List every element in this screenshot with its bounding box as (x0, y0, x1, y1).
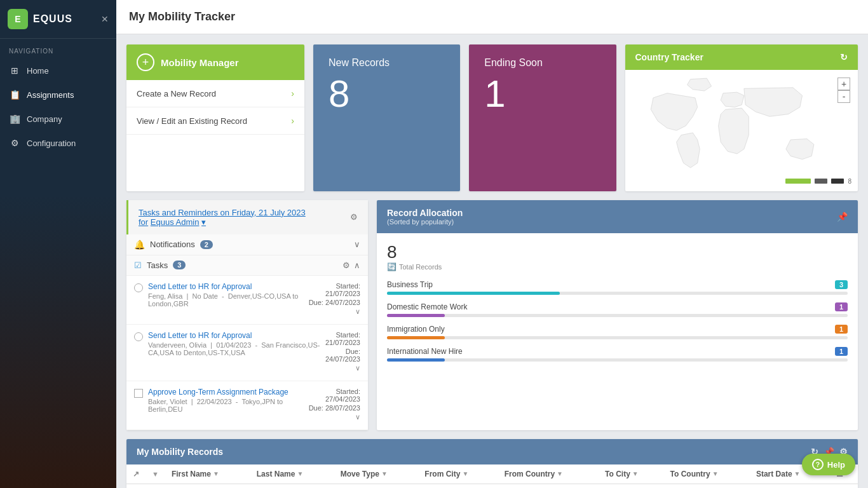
row-expand-cell: ∨ (830, 484, 858, 488)
help-circle-icon: ? (812, 459, 824, 470)
start-date-filter[interactable]: ▼ (794, 470, 801, 477)
notifications-label: Notifications (150, 240, 195, 249)
from-country-filter[interactable]: ▼ (557, 470, 563, 477)
record-allocation-header: Record Allocation (Sorted by popularity)… (377, 200, 858, 233)
tasks-gear-icon[interactable]: ⚙ (350, 212, 358, 222)
ra-item-2-header: Domestic Remote Work 1 (387, 302, 848, 311)
ra-item-3-header: Immigration Only 1 (387, 325, 848, 334)
move-type-label: Move Type (341, 470, 379, 478)
tasks-gear-icon-2[interactable]: ⚙ (342, 261, 350, 270)
from-city-header: From City ▼ (424, 470, 491, 478)
task-2-name[interactable]: Send Letter to HR for Approval (148, 331, 320, 340)
create-record-item[interactable]: Create a New Record › (126, 80, 304, 107)
task-3-left: Approve Long-Term Assignment Package Bak… (134, 388, 304, 413)
legend-darkest (831, 179, 844, 184)
task-3-content: Approve Long-Term Assignment Package Bak… (148, 388, 304, 413)
records-title: My Mobility Records (137, 447, 223, 457)
tasks-badge: 3 (173, 261, 186, 269)
row-move-type: Business Trip (334, 484, 419, 488)
move-type-filter[interactable]: ▼ (381, 470, 388, 477)
new-records-count: 8 (329, 75, 445, 113)
ra-item-3-fill (387, 336, 445, 339)
first-name-header: First Name ▼ (172, 470, 244, 478)
tasks-bar-left: ☑ Tasks 3 (134, 261, 186, 270)
create-record-chevron: › (291, 88, 294, 98)
zoom-out-button[interactable]: - (837, 90, 850, 103)
map-legend: 8 (785, 178, 851, 185)
ra-item-1-fill (387, 292, 560, 295)
ending-soon-card[interactable]: Ending Soon 1 (469, 44, 616, 191)
task-1-chevron[interactable]: ∨ (355, 308, 360, 315)
view-edit-record-item[interactable]: View / Edit an Existing Record › (126, 107, 304, 135)
to-city-filter[interactable]: ▼ (632, 470, 639, 477)
company-icon: 🏢 (9, 113, 20, 125)
refresh-icon[interactable]: ↻ (840, 52, 848, 62)
notifications-expand-icon[interactable]: ∨ (354, 240, 360, 249)
col-filter-down[interactable]: ▼ (152, 470, 159, 478)
task-1-dates: Started: 21/07/2023 Due: 24/07/2023 ∨ (308, 282, 360, 316)
ra-total-label: 🔄 Total Records (387, 262, 848, 271)
row-check-cell (146, 484, 165, 488)
ra-item-intl-hire: International New Hire 1 (387, 347, 848, 362)
task-1-header: Send Letter to HR for Approval Feng, Ali… (134, 282, 360, 316)
close-icon[interactable]: ✕ (101, 14, 109, 24)
tasks-collapse-icon[interactable]: ∧ (354, 261, 360, 270)
tasks-header: Tasks and Reminders on Friday, 21 July 2… (126, 200, 368, 234)
page-title: My Mobility Tracker (116, 0, 868, 34)
country-tracker-body: + - 8 (625, 70, 858, 191)
new-records-card[interactable]: New Records 8 (313, 44, 460, 191)
records-table-header-row: ↗ ▼ First Name ▼ (126, 464, 858, 484)
tasks-for: for (139, 217, 148, 227)
assignments-icon: 📋 (9, 89, 20, 100)
record-allocation-card: Record Allocation (Sorted by popularity)… (377, 200, 858, 430)
task-2-chevron[interactable]: ∨ (355, 364, 360, 372)
task-3-due: Due: 28/07/2023 (304, 404, 360, 412)
task-3-chevron[interactable]: ∨ (355, 413, 360, 421)
export-icon[interactable]: ↗ (133, 470, 139, 478)
help-button[interactable]: ? Help (802, 454, 855, 475)
to-country-filter[interactable]: ▼ (712, 470, 719, 477)
task-2-circle[interactable] (134, 332, 143, 341)
sidebar-item-company[interactable]: 🏢 Company (0, 107, 116, 131)
last-name-filter[interactable]: ▼ (297, 470, 303, 477)
plus-icon: + (137, 53, 154, 71)
mobility-manager-title: Mobility Manager (161, 57, 239, 68)
tasks-section-bar: ☑ Tasks 3 ⚙ ∧ (126, 255, 368, 276)
task-3-person-name: Baker, Violet (148, 398, 187, 405)
table-row: ↗ Adam Thompson Business Trip Canada ∨ (126, 484, 858, 488)
view-edit-record-label: View / Edit an Existing Record (137, 116, 247, 126)
zoom-in-button[interactable]: + (837, 78, 850, 90)
ra-item-4-badge: 1 (835, 347, 848, 356)
main-body: + Mobility Manager Create a New Record ›… (116, 34, 868, 488)
records-table: ↗ ▼ First Name ▼ (126, 464, 858, 488)
task-item-2: Send Letter to HR for Approval Vandervee… (126, 325, 368, 381)
task-1-name[interactable]: Send Letter to HR for Approval (148, 282, 308, 291)
tasks-user[interactable]: Equus Admin (151, 217, 200, 227)
from-city-filter[interactable]: ▼ (462, 470, 468, 477)
record-allocation-body: 8 🔄 Total Records Business Trip 3 (377, 233, 858, 378)
ra-pin-icon[interactable]: 📌 (837, 212, 848, 222)
row-to-country (664, 484, 750, 488)
ra-subtitle: (Sorted by popularity) (387, 218, 463, 226)
task-2-header: Send Letter to HR for Approval Vandervee… (134, 331, 360, 372)
sidebar-item-assignments[interactable]: 📋 Assignments (0, 83, 116, 107)
task-1-person-name: Feng, Alisa (148, 292, 182, 300)
task-3-name[interactable]: Approve Long-Term Assignment Package (148, 388, 304, 396)
task-2-left: Send Letter to HR for Approval Vandervee… (134, 331, 320, 356)
first-name-filter[interactable]: ▼ (213, 470, 219, 477)
sidebar-item-configuration[interactable]: ⚙ Configuration (0, 131, 116, 155)
task-3-header: Approve Long-Term Assignment Package Bak… (134, 388, 360, 421)
col-to-country: To Country ▼ (664, 464, 750, 484)
row-first-name[interactable]: Adam (165, 484, 250, 488)
task-3-checkbox[interactable] (134, 389, 143, 398)
task-1-circle[interactable] (134, 283, 143, 292)
row-last-name[interactable]: Thompson (250, 484, 334, 488)
sidebar-item-home[interactable]: ⊞ Home (0, 58, 116, 83)
ra-item-2-track (387, 314, 848, 317)
ra-item-business-trip: Business Trip 3 (387, 280, 848, 295)
sidebar-item-label-home: Home (27, 66, 49, 76)
task-1-started: Started: 21/07/2023 (308, 282, 360, 297)
task-2-dates: Started: 21/07/2023 Due: 24/07/2023 ∨ (320, 331, 360, 372)
col-from-city: From City ▼ (418, 464, 498, 484)
legend-count: 8 (848, 178, 851, 185)
